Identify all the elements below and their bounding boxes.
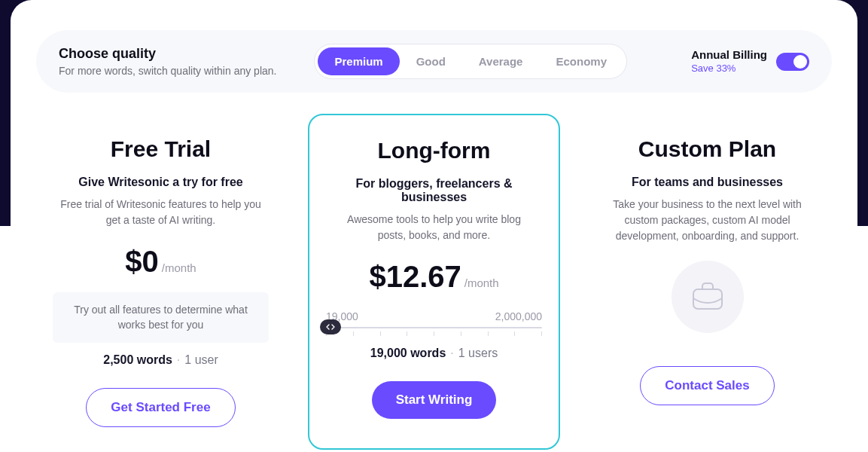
slider-max-label: 2,000,000 <box>495 310 542 322</box>
plan-price: $0 <box>125 245 159 279</box>
plan-title: Long-form <box>326 138 542 163</box>
plan-price-row: $12.67/month <box>326 260 542 294</box>
billing-text: Annual Billing Save 33% <box>691 48 767 75</box>
plan-subtitle: For teams and businesses <box>599 176 815 189</box>
briefcase-icon <box>691 282 724 312</box>
plan-custom: Custom Plan For teams and businesses Tak… <box>583 114 832 450</box>
drag-handle-icon <box>326 323 335 331</box>
plan-per: /month <box>464 276 499 289</box>
billing-title: Annual Billing <box>691 48 767 61</box>
quality-heading: Choose quality For more words, switch qu… <box>59 46 276 77</box>
plan-title: Free Trial <box>53 136 269 162</box>
plan-price-row: $0/month <box>53 245 269 279</box>
plan-desc: Free trial of Writesonic features to hel… <box>53 197 269 228</box>
billing-toggle-group: Annual Billing Save 33% <box>691 48 809 75</box>
plans-row: Free Trial Give Writesonic a try for fre… <box>36 114 832 450</box>
start-writing-button[interactable]: Start Writing <box>372 381 497 419</box>
billing-toggle[interactable] <box>776 53 809 71</box>
segment-premium[interactable]: Premium <box>318 47 399 75</box>
word-slider: 19,000 2,000,000 <box>326 310 542 336</box>
plan-subtitle: For bloggers, freelancers & businesses <box>326 177 542 204</box>
plan-per: /month <box>162 261 196 274</box>
plan-desc: Awesome tools to help you write blog pos… <box>326 212 542 243</box>
plan-meta: 19,000 words·1 users <box>326 347 542 360</box>
segment-average[interactable]: Average <box>462 47 540 75</box>
plan-price: $12.67 <box>369 260 461 294</box>
plan-desc: Take your business to the next level wit… <box>599 197 815 244</box>
plan-words: 19,000 words <box>370 347 446 359</box>
get-started-free-button[interactable]: Get Started Free <box>86 388 235 427</box>
plan-meta: 2,500 words·1 user <box>53 353 269 367</box>
contact-sales-button[interactable]: Contact Sales <box>640 366 774 405</box>
quality-segmented-control: Premium Good Average Economy <box>314 44 627 79</box>
plan-subtitle: Give Writesonic a try for free <box>53 176 269 189</box>
plan-free-trial: Free Trial Give Writesonic a try for fre… <box>36 114 285 450</box>
pricing-card: Choose quality For more words, switch qu… <box>11 0 857 452</box>
quality-title: Choose quality <box>59 46 276 62</box>
briefcase-icon-wrap <box>672 261 744 333</box>
slider-thumb[interactable] <box>320 319 341 334</box>
top-bar: Choose quality For more words, switch qu… <box>36 30 832 93</box>
plan-long-form: Long-form For bloggers, freelancers & bu… <box>308 114 560 450</box>
plan-title: Custom Plan <box>599 136 815 162</box>
segment-economy[interactable]: Economy <box>539 47 623 75</box>
svg-rect-0 <box>693 289 722 309</box>
billing-save: Save 33% <box>691 63 736 74</box>
slider-ticks <box>326 331 542 336</box>
slider-track[interactable] <box>326 327 542 328</box>
plan-users: 1 users <box>458 347 498 359</box>
quality-subtitle: For more words, switch quality within an… <box>59 65 276 77</box>
plan-words: 2,500 words <box>103 353 172 366</box>
slider-labels: 19,000 2,000,000 <box>326 310 542 322</box>
plan-note: Try out all features to determine what w… <box>53 292 269 343</box>
toggle-knob <box>793 55 807 69</box>
segment-good[interactable]: Good <box>400 47 462 75</box>
plan-users: 1 user <box>184 353 218 366</box>
